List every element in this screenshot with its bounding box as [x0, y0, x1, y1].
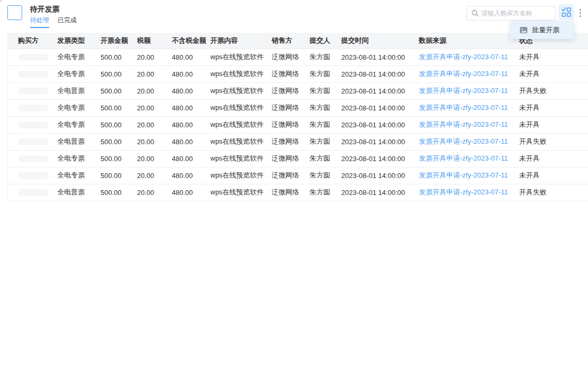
data-source-link[interactable]: 发票开具申请-zfy-2023-07-11 — [419, 188, 508, 196]
data-source-link[interactable]: 发票开具申请-zfy-2023-07-11 — [419, 104, 508, 111]
column-header: 开票内容 — [211, 33, 272, 49]
batch-grid-check-icon — [561, 7, 572, 17]
batch-invoice-popup-item[interactable]: 批量开票 — [510, 21, 574, 39]
cell-submitter: 朱方圆 — [310, 99, 342, 116]
app-logo[interactable] — [7, 5, 22, 20]
cell-invoice-content: wps在线预览软件 — [211, 99, 272, 116]
tab-pending[interactable]: 待处理 — [30, 16, 49, 28]
cell-submit-time: 2023-08-01 14:00:00 — [342, 167, 419, 184]
cell-seller: 泛微网络 — [272, 49, 310, 65]
cell-status: 未开具 — [519, 99, 588, 116]
buyer-placeholder — [18, 54, 49, 61]
cell-submit-time: 2023-08-01 14:00:00 — [342, 99, 419, 116]
cell-seller: 泛微网络 — [272, 184, 310, 201]
search-box — [467, 6, 556, 21]
kebab-menu-icon — [580, 9, 581, 11]
table-row: 全电普票 500.00 20.00 480.00 wps在线预览软件 泛微网络 … — [8, 184, 588, 201]
cell-tax-amount: 20.00 — [137, 184, 172, 201]
cell-tax-amount: 20.00 — [137, 116, 172, 133]
column-header: 数据来源 — [419, 33, 519, 49]
cell-submit-time: 2023-08-01 14:00:00 — [342, 82, 419, 99]
table-row: 全电专票 500.00 20.00 480.00 wps在线预览软件 泛微网络 … — [8, 150, 588, 167]
cell-invoice-content: wps在线预览软件 — [211, 82, 272, 99]
data-source-link[interactable]: 发票开具申请-zfy-2023-07-11 — [419, 87, 508, 95]
more-options-button[interactable] — [576, 7, 584, 18]
topbar: 待开发票 待处理 已完成 — [0, 0, 588, 33]
search-main — [467, 10, 563, 17]
column-header: 提交时间 — [342, 33, 419, 49]
cell-tax-amount: 20.00 — [137, 133, 172, 150]
cell-invoice-amount: 500.00 — [101, 184, 137, 201]
cell-tax-amount: 20.00 — [137, 65, 172, 82]
cell-submit-time: 2023-08-01 14:00:00 — [342, 184, 419, 201]
table-row: 全电专票 500.00 20.00 480.00 wps在线预览软件 泛微网络 … — [8, 116, 588, 133]
cell-submitter: 朱方圆 — [310, 49, 342, 65]
cell-status: 开具失败 — [519, 184, 588, 201]
buyer-placeholder — [18, 172, 49, 179]
buyer-placeholder — [18, 105, 49, 111]
cell-invoice-type: 全电专票 — [58, 99, 101, 116]
cell-status: 未开具 — [519, 167, 588, 184]
cell-status: 未开具 — [519, 150, 588, 167]
cell-invoice-amount: 500.00 — [101, 150, 137, 167]
table-row: 全电专票 500.00 20.00 480.00 wps在线预览软件 泛微网络 … — [8, 49, 588, 65]
table-body: 全电专票 500.00 20.00 480.00 wps在线预览软件 泛微网络 … — [8, 49, 588, 201]
cell-invoice-content: wps在线预览软件 — [211, 150, 272, 167]
cell-invoice-amount: 500.00 — [101, 65, 137, 82]
cell-invoice-type: 全电普票 — [58, 133, 101, 150]
cell-net-amount: 480.00 — [172, 99, 211, 116]
cell-seller: 泛微网络 — [272, 167, 310, 184]
cell-net-amount: 480.00 — [172, 82, 211, 99]
column-header: 发票类型 — [58, 33, 101, 49]
table-row: 全电专票 500.00 20.00 480.00 wps在线预览软件 泛微网络 … — [8, 99, 588, 116]
cell-seller: 泛微网络 — [272, 133, 310, 150]
page-title: 待开发票 — [30, 4, 77, 14]
batch-invoice-button[interactable] — [558, 4, 574, 20]
cell-seller: 泛微网络 — [272, 82, 310, 99]
search-input[interactable] — [481, 10, 563, 17]
data-source-link[interactable]: 发票开具申请-zfy-2023-07-11 — [419, 53, 508, 61]
table-row: 全电普票 500.00 20.00 480.00 wps在线预览软件 泛微网络 … — [8, 82, 588, 99]
tab-completed[interactable]: 已完成 — [58, 16, 77, 28]
cell-net-amount: 480.00 — [172, 133, 211, 150]
cell-invoice-content: wps在线预览软件 — [211, 49, 272, 65]
cell-seller: 泛微网络 — [272, 150, 310, 167]
cell-status: 开具失败 — [519, 133, 588, 150]
cell-submit-time: 2023-08-01 14:00:00 — [342, 49, 419, 65]
title-block: 待开发票 待处理 已完成 — [30, 4, 77, 28]
cell-submitter: 朱方圆 — [310, 116, 342, 133]
column-header: 开票金额 — [101, 33, 137, 49]
cell-net-amount: 480.00 — [172, 184, 211, 201]
cell-invoice-type: 全电专票 — [58, 49, 101, 65]
data-source-link[interactable]: 发票开具申请-zfy-2023-07-11 — [419, 70, 508, 78]
column-header: 不含税金额 — [172, 33, 211, 49]
cell-submitter: 朱方圆 — [310, 150, 342, 167]
cell-submitter: 朱方圆 — [310, 82, 342, 99]
invoice-table: 购买方发票类型开票金额税额不含税金额开票内容销售方提交人提交时间数据来源状态 全… — [7, 33, 588, 201]
invoice-page: 待开发票 待处理 已完成 — [0, 0, 588, 365]
data-source-link[interactable]: 发票开具申请-zfy-2023-07-11 — [419, 154, 508, 162]
data-source-link[interactable]: 发票开具申请-zfy-2023-07-11 — [419, 137, 508, 145]
cell-status: 开具失败 — [519, 82, 588, 99]
buyer-placeholder — [18, 71, 49, 78]
table-row: 全电普票 500.00 20.00 480.00 wps在线预览软件 泛微网络 … — [8, 133, 588, 150]
cell-invoice-amount: 500.00 — [101, 116, 137, 133]
cell-invoice-amount: 500.00 — [101, 99, 137, 116]
cell-tax-amount: 20.00 — [137, 82, 172, 99]
data-source-link[interactable]: 发票开具申请-zfy-2023-07-11 — [419, 171, 508, 179]
table-row: 全电专票 500.00 20.00 480.00 wps在线预览软件 泛微网络 … — [8, 167, 588, 184]
cell-status: 未开具 — [519, 49, 588, 65]
cell-seller: 泛微网络 — [272, 116, 310, 133]
cell-tax-amount: 20.00 — [137, 99, 172, 116]
cell-invoice-amount: 500.00 — [101, 133, 137, 150]
cell-seller: 泛微网络 — [272, 99, 310, 116]
popup-item-label: 批量开票 — [532, 25, 559, 35]
column-header: 购买方 — [8, 33, 58, 49]
cell-submit-time: 2023-08-01 14:00:00 — [342, 116, 419, 133]
data-source-link[interactable]: 发票开具申请-zfy-2023-07-11 — [419, 120, 508, 128]
cell-net-amount: 480.00 — [172, 167, 211, 184]
cell-invoice-type: 全电专票 — [58, 116, 101, 133]
column-header: 提交人 — [310, 33, 342, 49]
cell-invoice-content: wps在线预览软件 — [211, 65, 272, 82]
cell-submitter: 朱方圆 — [310, 133, 342, 150]
